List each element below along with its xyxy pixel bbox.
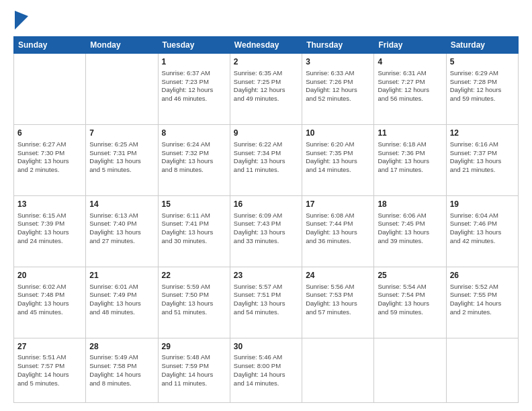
day-number: 8 [162,128,226,139]
calendar-cell [302,338,374,402]
calendar-cell [374,338,446,402]
weekday-tuesday: Tuesday [158,37,230,54]
day-number: 3 [306,56,370,68]
calendar-row-3: 13Sunrise: 6:15 AMSunset: 7:39 PMDayligh… [14,195,519,267]
calendar-cell: 10Sunrise: 6:20 AMSunset: 7:35 PMDayligh… [302,124,374,195]
day-info: Sunrise: 6:01 AMSunset: 7:49 PMDaylight:… [89,283,154,317]
day-number: 14 [89,199,154,210]
day-number: 19 [450,199,515,210]
calendar-cell: 11Sunrise: 6:18 AMSunset: 7:36 PMDayligh… [374,124,446,195]
calendar-body: 1Sunrise: 6:37 AMSunset: 7:23 PMDaylight… [14,54,519,403]
calendar-cell: 5Sunrise: 6:29 AMSunset: 7:28 PMDaylight… [446,54,518,125]
calendar-cell: 28Sunrise: 5:49 AMSunset: 7:58 PMDayligh… [86,338,158,402]
day-info: Sunrise: 6:31 AMSunset: 7:27 PMDaylight:… [378,69,442,103]
header [13,11,519,30]
calendar-row-5: 27Sunrise: 5:51 AMSunset: 7:57 PMDayligh… [14,338,519,402]
day-info: Sunrise: 5:46 AMSunset: 8:00 PMDaylight:… [234,353,298,387]
calendar-cell: 29Sunrise: 5:48 AMSunset: 7:59 PMDayligh… [158,338,230,402]
day-number: 20 [17,270,82,281]
calendar-cell: 9Sunrise: 6:22 AMSunset: 7:34 PMDaylight… [230,124,302,195]
weekday-monday: Monday [86,37,158,54]
day-info: Sunrise: 6:13 AMSunset: 7:40 PMDaylight:… [89,212,154,246]
calendar-cell: 6Sunrise: 6:27 AMSunset: 7:30 PMDaylight… [14,124,86,195]
day-number: 1 [162,56,226,68]
day-number: 16 [234,199,298,210]
calendar-cell: 12Sunrise: 6:16 AMSunset: 7:37 PMDayligh… [446,124,518,195]
day-info: Sunrise: 6:24 AMSunset: 7:32 PMDaylight:… [162,140,226,175]
day-info: Sunrise: 5:56 AMSunset: 7:53 PMDaylight:… [306,283,370,317]
day-number: 13 [17,199,82,210]
calendar-row-1: 1Sunrise: 6:37 AMSunset: 7:23 PMDaylight… [14,54,519,125]
calendar-cell: 15Sunrise: 6:11 AMSunset: 7:41 PMDayligh… [158,195,230,267]
calendar-cell: 8Sunrise: 6:24 AMSunset: 7:32 PMDaylight… [158,124,230,195]
calendar-row-2: 6Sunrise: 6:27 AMSunset: 7:30 PMDaylight… [14,124,519,195]
day-number: 22 [162,270,226,281]
day-info: Sunrise: 6:06 AMSunset: 7:45 PMDaylight:… [378,212,442,246]
day-info: Sunrise: 5:52 AMSunset: 7:55 PMDaylight:… [450,283,515,317]
calendar-cell: 26Sunrise: 5:52 AMSunset: 7:55 PMDayligh… [446,267,518,338]
day-number: 4 [378,56,442,68]
calendar-cell: 17Sunrise: 6:08 AMSunset: 7:44 PMDayligh… [302,195,374,267]
calendar-cell: 18Sunrise: 6:06 AMSunset: 7:45 PMDayligh… [374,195,446,267]
calendar-cell: 3Sunrise: 6:33 AMSunset: 7:26 PMDaylight… [302,54,374,125]
day-info: Sunrise: 6:16 AMSunset: 7:37 PMDaylight:… [450,140,515,175]
calendar-cell: 14Sunrise: 6:13 AMSunset: 7:40 PMDayligh… [86,195,158,267]
day-number: 10 [306,128,370,139]
weekday-header-row: SundayMondayTuesdayWednesdayThursdayFrid… [14,37,519,54]
page: SundayMondayTuesdayWednesdayThursdayFrid… [0,0,532,411]
day-number: 12 [450,128,515,139]
day-info: Sunrise: 6:35 AMSunset: 7:25 PMDaylight:… [234,69,298,103]
day-number: 6 [17,128,82,139]
calendar-cell: 25Sunrise: 5:54 AMSunset: 7:54 PMDayligh… [374,267,446,338]
day-number: 5 [450,56,515,68]
day-info: Sunrise: 6:09 AMSunset: 7:43 PMDaylight:… [234,212,298,246]
day-number: 15 [162,199,226,210]
day-number: 27 [17,341,82,353]
day-info: Sunrise: 5:54 AMSunset: 7:54 PMDaylight:… [378,283,442,317]
calendar-cell: 21Sunrise: 6:01 AMSunset: 7:49 PMDayligh… [86,267,158,338]
day-info: Sunrise: 6:25 AMSunset: 7:31 PMDaylight:… [89,140,154,175]
day-info: Sunrise: 5:51 AMSunset: 7:57 PMDaylight:… [17,353,82,387]
day-info: Sunrise: 5:48 AMSunset: 7:59 PMDaylight:… [162,353,226,387]
day-number: 2 [234,56,298,68]
day-info: Sunrise: 6:15 AMSunset: 7:39 PMDaylight:… [17,212,82,246]
calendar-cell: 13Sunrise: 6:15 AMSunset: 7:39 PMDayligh… [14,195,86,267]
calendar-cell: 20Sunrise: 6:02 AMSunset: 7:48 PMDayligh… [14,267,86,338]
day-number: 7 [89,128,154,139]
calendar-cell: 19Sunrise: 6:04 AMSunset: 7:46 PMDayligh… [446,195,518,267]
day-number: 24 [306,270,370,281]
day-number: 29 [162,341,226,353]
day-info: Sunrise: 5:57 AMSunset: 7:51 PMDaylight:… [234,283,298,317]
day-info: Sunrise: 6:33 AMSunset: 7:26 PMDaylight:… [306,69,370,103]
calendar-cell [446,338,518,402]
weekday-saturday: Saturday [446,37,518,54]
day-number: 23 [234,270,298,281]
day-info: Sunrise: 6:22 AMSunset: 7:34 PMDaylight:… [234,140,298,175]
calendar-cell [86,54,158,125]
day-number: 17 [306,199,370,210]
day-info: Sunrise: 6:08 AMSunset: 7:44 PMDaylight:… [306,212,370,246]
day-number: 11 [378,128,442,139]
svg-marker-0 [15,11,28,30]
calendar-header: SundayMondayTuesdayWednesdayThursdayFrid… [14,37,519,54]
logo-icon [15,11,28,30]
day-number: 25 [378,270,442,281]
day-info: Sunrise: 6:11 AMSunset: 7:41 PMDaylight:… [162,212,226,246]
logo [13,11,28,30]
day-info: Sunrise: 5:59 AMSunset: 7:50 PMDaylight:… [162,283,226,317]
day-info: Sunrise: 6:20 AMSunset: 7:35 PMDaylight:… [306,140,370,175]
calendar-cell: 7Sunrise: 6:25 AMSunset: 7:31 PMDaylight… [86,124,158,195]
calendar-row-4: 20Sunrise: 6:02 AMSunset: 7:48 PMDayligh… [14,267,519,338]
calendar-cell: 16Sunrise: 6:09 AMSunset: 7:43 PMDayligh… [230,195,302,267]
day-info: Sunrise: 5:49 AMSunset: 7:58 PMDaylight:… [89,353,154,387]
day-number: 21 [89,270,154,281]
weekday-wednesday: Wednesday [230,37,302,54]
calendar-cell: 1Sunrise: 6:37 AMSunset: 7:23 PMDaylight… [158,54,230,125]
day-number: 28 [89,341,154,353]
weekday-thursday: Thursday [302,37,374,54]
day-info: Sunrise: 6:02 AMSunset: 7:48 PMDaylight:… [17,283,82,317]
calendar-table: SundayMondayTuesdayWednesdayThursdayFrid… [13,36,519,403]
day-info: Sunrise: 6:29 AMSunset: 7:28 PMDaylight:… [450,69,515,103]
day-number: 9 [234,128,298,139]
calendar-cell: 27Sunrise: 5:51 AMSunset: 7:57 PMDayligh… [14,338,86,402]
